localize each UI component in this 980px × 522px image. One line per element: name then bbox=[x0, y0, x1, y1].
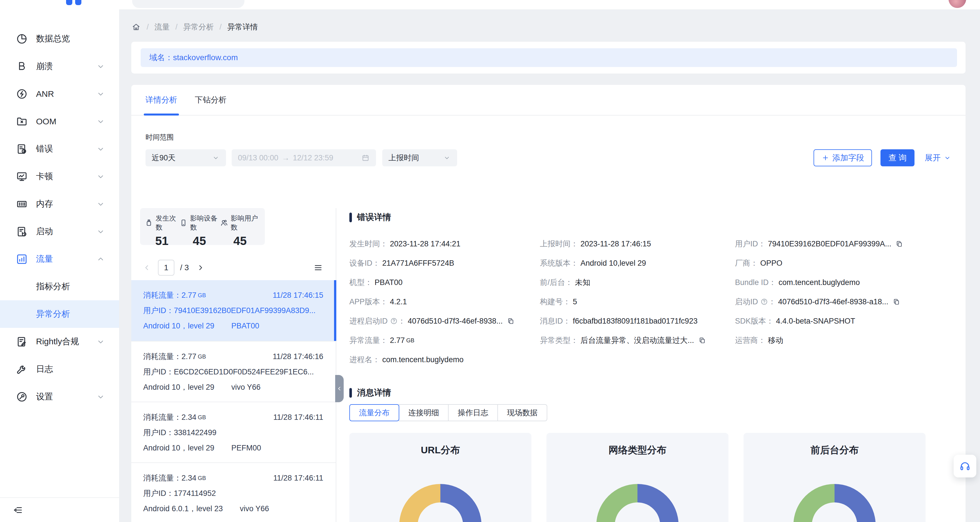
record-traffic-unit: GB bbox=[198, 410, 206, 425]
copy-icon[interactable] bbox=[507, 317, 515, 325]
sidebar-nav: 数据总览 崩溃 ANR OOM 错误 卡顿 内存 启动 流量 指标分析 异常分析 bbox=[0, 25, 119, 410]
help-icon[interactable] bbox=[760, 298, 768, 306]
distribution-charts: URL分布 网络类型分布 前后台分布 bbox=[349, 433, 953, 522]
traffic-record-row[interactable]: 消耗流量：2.34GB 11/28 17:46:11 用户ID：17741149… bbox=[131, 462, 336, 522]
message-subtabs: 流量分布 连接明细 操作日志 现场数据 bbox=[349, 404, 953, 421]
collapse-icon[interactable] bbox=[13, 505, 23, 516]
record-traffic-label: 消耗流量： bbox=[143, 410, 181, 425]
detail-field-label: SDK版本 bbox=[735, 316, 766, 326]
sidebar-item[interactable]: 启动 bbox=[0, 218, 119, 245]
detail-field: 异常类型 ： 后台流量异常、没启动流量过大... bbox=[540, 331, 735, 350]
donut-chart bbox=[794, 484, 876, 522]
analysis-tab[interactable]: 详情分析 bbox=[145, 85, 177, 115]
main-content: / 流量 / 异常分析 / 异常详情 域名： stackoverflow.com… bbox=[119, 10, 980, 522]
sidebar-item-label: 崩溃 bbox=[36, 61, 53, 72]
traffic-record-row[interactable]: 消耗流量：2.77GB 11/28 17:46:15 用户ID：79410E39… bbox=[131, 280, 336, 341]
detail-field-separator: ： bbox=[380, 335, 388, 345]
date-range-input[interactable]: 09/13 00:00 → 12/12 23:59 bbox=[232, 149, 376, 166]
copy-icon[interactable] bbox=[892, 298, 900, 306]
query-button[interactable]: 查 询 bbox=[880, 149, 915, 166]
chevron-down-icon bbox=[96, 62, 105, 71]
sidebar-item[interactable]: 数据总览 bbox=[0, 25, 119, 53]
sidebar-subitem[interactable]: 指标分析 bbox=[0, 273, 119, 300]
traffic-record-row[interactable]: 消耗流量：2.77GB 11/28 17:46:16 用户ID：E6CD2C6E… bbox=[131, 341, 336, 402]
breadcrumb: / 流量 / 异常分析 / 异常详情 bbox=[131, 21, 966, 33]
sidebar-item-label: 卡顿 bbox=[36, 171, 53, 182]
home-icon[interactable] bbox=[131, 22, 141, 32]
domain-card: 域名： stackoverflow.com bbox=[131, 42, 966, 73]
record-user-label: 用户ID： bbox=[143, 428, 174, 437]
message-subtab[interactable]: 操作日志 bbox=[448, 404, 498, 421]
project-selector[interactable] bbox=[132, 0, 245, 8]
detail-field-separator: ： bbox=[563, 297, 571, 307]
breadcrumb-segment: / 异常详情 bbox=[220, 22, 258, 32]
collapse-panel-handle[interactable] bbox=[335, 375, 344, 402]
help-icon[interactable] bbox=[390, 317, 398, 325]
wrench-icon bbox=[16, 363, 28, 375]
add-field-button[interactable]: 添加字段 bbox=[813, 149, 872, 166]
message-subtab-label: 操作日志 bbox=[458, 408, 488, 418]
copy-icon[interactable] bbox=[698, 336, 706, 344]
chevron-left-icon[interactable] bbox=[142, 263, 152, 273]
message-subtab[interactable]: 连接明细 bbox=[399, 404, 449, 421]
user-avatar[interactable] bbox=[948, 0, 966, 8]
detail-field: 机型 ： PBAT00 bbox=[349, 273, 540, 292]
detail-field-value: 2.77 bbox=[390, 336, 405, 345]
support-headset-button[interactable] bbox=[954, 455, 976, 477]
expand-label: 展开 bbox=[925, 152, 940, 163]
sidebar-item[interactable]: ANR bbox=[0, 80, 119, 108]
expand-toggle[interactable]: 展开 bbox=[925, 152, 951, 163]
chart-title: 前后台分布 bbox=[743, 444, 926, 457]
detail-field: SDK版本 ： 4.4.0-beta-SNAPSHOT bbox=[735, 311, 953, 331]
list-icon[interactable] bbox=[313, 263, 323, 273]
sidebar-item[interactable]: 设置 bbox=[0, 383, 119, 410]
detail-field-separator: ： bbox=[563, 316, 571, 326]
stat-item: 影响用户数 45 bbox=[220, 214, 260, 245]
date-start-value: 09/13 00:00 bbox=[238, 153, 278, 162]
distribution-chart-card: 网络类型分布 bbox=[546, 433, 729, 522]
sidebar-item[interactable]: OOM bbox=[0, 108, 119, 135]
detail-field-value: 5 bbox=[573, 297, 577, 306]
sidebar-item[interactable]: 日志 bbox=[0, 355, 119, 383]
page-number-box[interactable]: 1 bbox=[158, 260, 174, 276]
time-field-select[interactable]: 上报时间 bbox=[382, 149, 457, 166]
quick-range-value: 近90天 bbox=[152, 153, 175, 163]
detail-field-label: 消息ID bbox=[540, 316, 563, 326]
sidebar-item[interactable]: 崩溃 bbox=[0, 53, 119, 80]
sidebar-item[interactable]: 内存 bbox=[0, 190, 119, 218]
stat-label: 影响用户数 bbox=[231, 214, 260, 232]
breadcrumb-link[interactable]: 流量 bbox=[154, 22, 170, 32]
counter-icon bbox=[145, 219, 153, 227]
chart-title: URL分布 bbox=[349, 444, 531, 457]
distribution-chart-card: 前后台分布 bbox=[743, 433, 926, 522]
detail-field-label: 异常类型 bbox=[540, 335, 571, 345]
breadcrumb-link[interactable]: 异常分析 bbox=[183, 22, 214, 32]
record-os: Android 6.0.1，level 23 bbox=[143, 504, 223, 513]
breadcrumb-link[interactable]: 异常详情 bbox=[228, 22, 258, 32]
message-subtab-label: 连接明细 bbox=[408, 408, 439, 418]
sidebar-item[interactable]: 流量 bbox=[0, 245, 119, 273]
copy-icon[interactable] bbox=[895, 240, 903, 248]
domain-value[interactable]: stackoverflow.com bbox=[173, 53, 238, 62]
chevron-down-icon bbox=[96, 144, 105, 154]
record-user-id: 1774114952 bbox=[174, 489, 216, 498]
sidebar-item[interactable]: Rightly合规 bbox=[0, 328, 119, 355]
record-traffic-value: 2.77 bbox=[181, 349, 197, 364]
message-details-title: 消息详情 bbox=[349, 387, 953, 399]
message-subtab[interactable]: 现场数据 bbox=[497, 404, 547, 421]
detail-field: Bundle ID ： com.tencent.buglydemo bbox=[735, 273, 953, 292]
analysis-tab[interactable]: 下钻分析 bbox=[195, 85, 227, 115]
launch-icon bbox=[16, 225, 28, 238]
message-subtab[interactable]: 流量分布 bbox=[349, 404, 399, 421]
traffic-record-row[interactable]: 消耗流量：2.34GB 11/28 17:46:11 用户ID：33814224… bbox=[131, 402, 336, 462]
chevron-right-icon[interactable] bbox=[196, 263, 205, 273]
sidebar-subitem[interactable]: 异常分析 bbox=[0, 300, 119, 328]
sidebar-item[interactable]: 错误 bbox=[0, 135, 119, 163]
chevron-down-icon bbox=[96, 89, 105, 99]
record-user-label: 用户ID： bbox=[143, 489, 174, 498]
quick-range-select[interactable]: 近90天 bbox=[145, 149, 226, 166]
sidebar-item[interactable]: 卡顿 bbox=[0, 163, 119, 190]
stat-label: 发生次数 bbox=[156, 214, 179, 232]
time-range-label: 时间范围 bbox=[145, 132, 951, 142]
detail-field: 异常流量 ： 2.77 GB bbox=[349, 331, 540, 350]
